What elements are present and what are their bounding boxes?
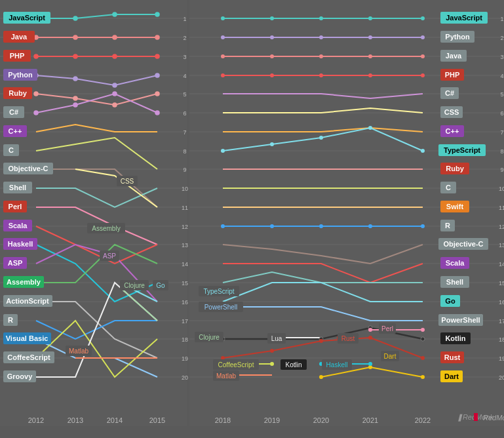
svg-text:C: C <box>9 146 14 154</box>
svg-text:R: R <box>8 316 13 324</box>
svg-text:Assembly: Assembly <box>7 278 41 286</box>
svg-text:2020: 2020 <box>313 416 329 424</box>
svg-text:TypeScript: TypeScript <box>203 288 234 295</box>
svg-point-132 <box>270 73 274 77</box>
svg-point-126 <box>221 54 225 58</box>
svg-text:Scala: Scala <box>9 222 28 229</box>
svg-text:Dart: Dart <box>444 372 459 380</box>
svg-point-164 <box>368 362 372 366</box>
svg-text:Kotlin: Kotlin <box>285 361 301 368</box>
svg-text:Scala: Scala <box>446 259 465 267</box>
svg-text:Ruby: Ruby <box>9 89 27 97</box>
svg-text:PHP: PHP <box>10 52 25 60</box>
svg-text:13: 13 <box>499 242 504 249</box>
svg-text:4: 4 <box>500 73 503 79</box>
svg-point-123 <box>319 35 323 39</box>
svg-point-106 <box>113 83 117 87</box>
svg-text:15: 15 <box>499 280 504 287</box>
svg-point-115 <box>155 111 159 115</box>
svg-point-99 <box>155 35 159 39</box>
svg-text:Clojure: Clojure <box>124 282 145 289</box>
svg-text:1: 1 <box>183 16 186 22</box>
svg-point-121 <box>221 35 225 39</box>
svg-text:PowerShell: PowerShell <box>441 316 480 324</box>
svg-text:5: 5 <box>500 91 503 98</box>
chart-container: 2012 2013 2014 2015 2018 2019 2020 2021 … <box>0 0 504 438</box>
svg-text:2019: 2019 <box>264 416 280 424</box>
svg-point-127 <box>270 54 274 58</box>
svg-point-108 <box>34 92 38 96</box>
svg-text:Objective-C: Objective-C <box>8 165 48 172</box>
svg-text:20: 20 <box>182 374 188 381</box>
svg-point-120 <box>421 16 425 20</box>
svg-text:Java: Java <box>446 52 462 60</box>
svg-point-119 <box>368 16 372 20</box>
svg-text:12: 12 <box>182 224 188 230</box>
svg-text:Matlab: Matlab <box>216 372 236 380</box>
svg-text:Java: Java <box>11 33 28 41</box>
svg-text:Shell: Shell <box>9 184 26 191</box>
svg-text:Swift: Swift <box>446 203 464 210</box>
svg-text:Python: Python <box>445 33 470 41</box>
svg-text:CoffeeScript: CoffeeScript <box>7 353 50 361</box>
svg-text:ActionScript: ActionScript <box>6 297 49 305</box>
svg-point-100 <box>34 54 38 58</box>
svg-text:19: 19 <box>499 355 504 362</box>
svg-text:Ruby: Ruby <box>446 165 464 172</box>
svg-text:Rust: Rust <box>444 353 461 361</box>
svg-text:3: 3 <box>183 54 186 60</box>
svg-text:Shell: Shell <box>446 278 463 286</box>
svg-text:C++: C++ <box>446 127 459 135</box>
svg-text:17: 17 <box>182 318 188 325</box>
svg-text:TypeScript: TypeScript <box>444 146 480 154</box>
svg-text:PowerShell: PowerShell <box>204 304 238 311</box>
svg-point-101 <box>73 54 77 58</box>
svg-text:C++: C++ <box>9 127 22 135</box>
svg-rect-283 <box>474 413 478 421</box>
svg-text:Objective-C: Objective-C <box>443 240 483 248</box>
svg-text:JavaScript: JavaScript <box>446 14 482 22</box>
svg-text:JavaScript: JavaScript <box>9 14 45 22</box>
svg-text:2: 2 <box>183 35 186 41</box>
svg-text:2015: 2015 <box>149 416 165 424</box>
chart-svg: 2012 2013 2014 2015 2018 2019 2020 2021 … <box>0 0 504 438</box>
svg-text:CoffeeScript: CoffeeScript <box>218 361 254 368</box>
svg-point-156 <box>319 375 323 379</box>
svg-point-133 <box>319 73 323 77</box>
svg-text:Assembly: Assembly <box>92 225 120 232</box>
svg-text:2018: 2018 <box>215 416 231 424</box>
svg-text:Rust: Rust <box>341 335 355 342</box>
svg-text:Lua: Lua <box>271 335 282 342</box>
svg-point-95 <box>155 12 159 16</box>
svg-point-116 <box>221 16 225 20</box>
svg-text:16: 16 <box>182 299 188 306</box>
svg-point-130 <box>421 54 425 58</box>
svg-point-109 <box>73 96 77 100</box>
svg-point-139 <box>368 126 372 130</box>
svg-text:11: 11 <box>499 205 504 211</box>
svg-text:20: 20 <box>499 374 504 381</box>
svg-text:4: 4 <box>183 73 186 79</box>
svg-text:18: 18 <box>499 336 504 343</box>
svg-point-154 <box>368 336 372 340</box>
svg-text:6: 6 <box>183 110 186 117</box>
svg-text:CSS: CSS <box>444 108 459 116</box>
svg-text:8: 8 <box>183 148 186 155</box>
svg-text:1: 1 <box>500 16 503 22</box>
svg-text:3: 3 <box>500 54 503 60</box>
svg-text:CSS: CSS <box>121 178 134 185</box>
svg-text:RedMonk: RedMonk <box>483 414 504 422</box>
svg-point-113 <box>73 103 77 107</box>
svg-text:Go: Go <box>445 297 456 305</box>
svg-text:17: 17 <box>499 318 504 325</box>
svg-text:19: 19 <box>182 355 188 362</box>
svg-point-140 <box>421 149 425 153</box>
svg-text:12: 12 <box>499 224 504 230</box>
svg-text:Perl: Perl <box>381 325 393 332</box>
svg-text:10: 10 <box>499 186 504 192</box>
svg-point-105 <box>73 77 77 81</box>
svg-text:2012: 2012 <box>28 416 44 424</box>
svg-text:Groovy: Groovy <box>7 372 33 380</box>
svg-point-112 <box>34 111 38 115</box>
svg-text:10: 10 <box>182 186 188 192</box>
